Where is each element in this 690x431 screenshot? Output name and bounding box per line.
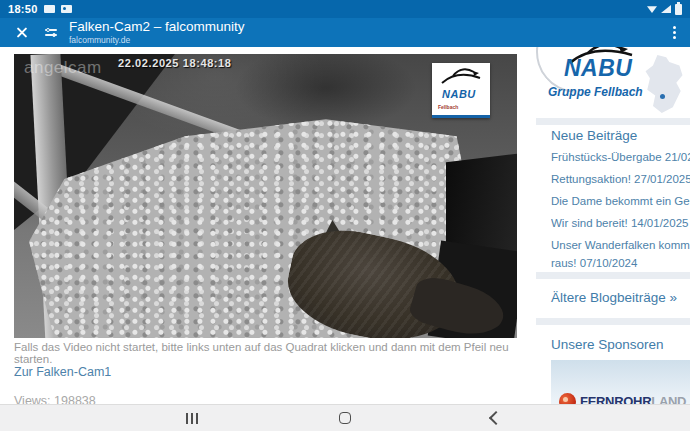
blog-link-fruehstuecks-uebergabe[interactable]: Frühstücks-Übergabe 21/02/2025 [551, 151, 690, 163]
video-help-text: Falls das Video nicht startet, bitte lin… [14, 341, 519, 365]
screenshot-notification-icon [61, 5, 72, 13]
status-icons [647, 4, 682, 15]
battery-icon [675, 4, 682, 15]
angelcam-watermark: angelcam [24, 58, 102, 78]
nabu-bird-icon [439, 67, 483, 87]
back-icon [488, 411, 502, 425]
sidebar-nabu-group: Gruppe Fellbach [548, 85, 643, 99]
android-nav-bar [0, 404, 690, 431]
sponsor-name-secondary: LAND [651, 394, 686, 404]
blog-link-wanderfalken-line2[interactable]: raus! 07/10/2024 [551, 257, 690, 269]
nabu-logo-strip [432, 115, 490, 118]
video-timestamp: 22.02.2025 18:48:18 [118, 57, 232, 69]
blog-link-wir-sind-bereit[interactable]: Wir sind bereit! 14/01/2025 [551, 217, 690, 229]
section-divider [536, 118, 690, 125]
germany-map-icon [642, 55, 686, 113]
sidebar-nabu-text: NABU [564, 55, 632, 82]
sponsoren-heading: Unsere Sponsoren [551, 337, 664, 352]
page-title: Falken-Cam2 – falcommunity [69, 20, 245, 35]
nabu-logo-location: Fellbach [438, 104, 458, 110]
signal-icon [661, 5, 671, 13]
close-icon[interactable] [14, 25, 29, 40]
blog-link-rettungsaktion[interactable]: Rettungsaktion! 27/01/2025 [551, 173, 690, 185]
aeltere-blogbeitraege-link[interactable]: Ältere Blogbeiträge » [551, 290, 677, 305]
home-button[interactable] [323, 405, 367, 431]
browser-app-bar: Falken-Cam2 – falcommunity falcommunity.… [0, 18, 690, 47]
falken-cam1-link[interactable]: Zur Falken-Cam1 [14, 365, 111, 379]
blog-link-wanderfalken[interactable]: Unser Wanderfalken kommen auf [551, 239, 690, 251]
webcam-video[interactable]: angelcam 22.02.2025 18:48:18 NABU Fellba… [14, 54, 517, 338]
page-info-icon[interactable] [45, 28, 57, 38]
sponsor-logo: FERNROHRLAND [559, 393, 686, 404]
back-button[interactable] [472, 405, 516, 431]
section-divider [536, 318, 690, 325]
recents-button[interactable] [170, 405, 214, 431]
sidebar-nabu-logo[interactable]: NABU Gruppe Fellbach [530, 47, 690, 118]
map-location-dot [660, 94, 665, 99]
status-bar: 18:50 [0, 0, 690, 18]
home-icon [339, 412, 351, 424]
page-content: angelcam 22.02.2025 18:48:18 NABU Fellba… [0, 47, 690, 404]
wifi-icon [647, 5, 657, 13]
clock: 18:50 [8, 3, 38, 15]
neue-beitraege-heading: Neue Beiträge [551, 128, 637, 143]
android-screen: 18:50 Falken-Cam2 – falcommunity falcomm… [0, 0, 690, 431]
nabu-logo-overlay: NABU Fellbach [432, 63, 490, 118]
section-divider [536, 272, 690, 279]
recents-icon [186, 413, 198, 424]
nabu-logo-text: NABU [442, 88, 476, 100]
blog-link-die-dame[interactable]: Die Dame bekommt ein Geschenk [551, 195, 690, 207]
sponsor-logo-icon [559, 393, 576, 404]
sponsor-banner[interactable]: FERNROHRLAND [551, 360, 690, 404]
page-title-block: Falken-Cam2 – falcommunity falcommunity.… [69, 20, 245, 45]
sponsor-name-primary: FERNROHR [580, 394, 651, 404]
page-url: falcommunity.de [69, 36, 245, 45]
overflow-menu-icon[interactable] [669, 22, 680, 43]
folder-notification-icon [44, 5, 55, 13]
